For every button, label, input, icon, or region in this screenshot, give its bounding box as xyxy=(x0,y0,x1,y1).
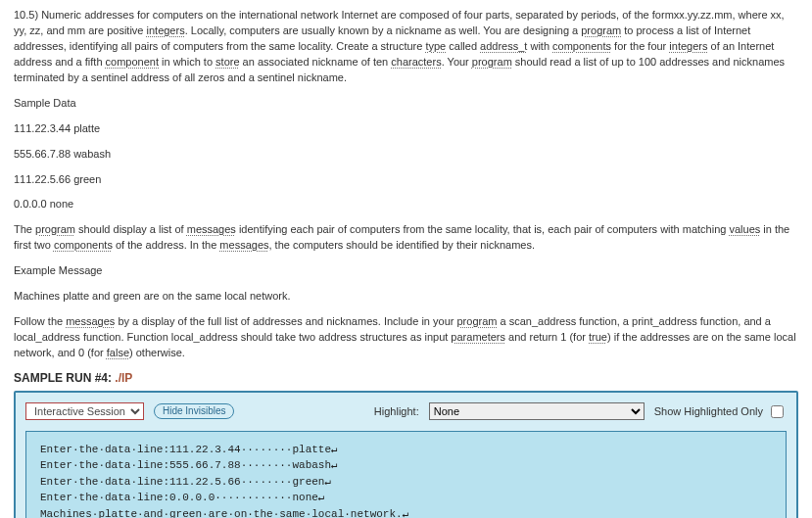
term-component: component xyxy=(106,56,159,68)
term-messages: messages xyxy=(219,239,268,251)
term-values: values xyxy=(729,223,760,235)
console-line: Machines·platte·and·green·are·on·the·sam… xyxy=(40,508,408,518)
text: should display a list of xyxy=(75,223,187,235)
example-message-line: Machines platte and green are on the sam… xyxy=(14,289,798,305)
text: with xyxy=(527,40,552,52)
sample-data-label: Sample Data xyxy=(14,96,798,112)
example-message-block: Example Message Machines platte and gree… xyxy=(14,263,798,305)
console-line: Enter·the·data·line:555.66.7.88········w… xyxy=(40,459,338,471)
term-program: program xyxy=(472,56,512,68)
text: of the address. In the xyxy=(113,239,219,251)
text: and return 1 (for xyxy=(505,331,589,343)
text: for the four xyxy=(611,40,669,52)
term-components: components xyxy=(54,239,113,251)
hide-invisibles-button[interactable]: Hide Invisibles xyxy=(154,403,234,419)
text: . Your xyxy=(442,56,472,68)
term-parameters: parameters xyxy=(451,331,505,343)
problem-statement: 10.5) Numeric addresses for computers on… xyxy=(14,8,798,361)
text: called xyxy=(446,40,480,52)
execution-panel: Interactive Session Hide Invisibles High… xyxy=(14,391,798,518)
term-store: store xyxy=(215,56,239,68)
term-true: true xyxy=(589,331,607,343)
term-false: false xyxy=(107,347,129,358)
sample-data-line: 111.22.3.44 platte xyxy=(14,121,798,137)
console-output: Enter·the·data·line:111.22.3.44········p… xyxy=(25,431,787,518)
execution-toolbar: Interactive Session Hide Invisibles High… xyxy=(25,402,787,421)
term-integers: integers xyxy=(147,24,185,36)
sample-data-line: 555.66.7.88 wabash xyxy=(14,147,798,163)
text: 10.5) Numeric addresses for computers on… xyxy=(14,9,674,21)
example-message-label: Example Message xyxy=(14,263,798,279)
text: an associated nickname of ten xyxy=(240,56,392,68)
term-messages: messages xyxy=(66,315,115,327)
sample-data-line: 111.22.5.66 green xyxy=(14,172,798,188)
term-messages: messages xyxy=(187,223,236,235)
session-select[interactable]: Interactive Session xyxy=(25,402,144,420)
show-highlighted-text: Show Highlighted Only xyxy=(654,405,763,417)
sample-run-command: ./IP xyxy=(115,371,132,385)
highlight-select[interactable]: None xyxy=(429,402,645,420)
sample-data-block: Sample Data 111.22.3.44 platte 555.66.7.… xyxy=(14,96,798,213)
show-highlighted-only-label[interactable]: Show Highlighted Only xyxy=(654,402,787,421)
paragraph-3: Follow the messages by a display of the … xyxy=(14,314,798,361)
term-characters: characters xyxy=(391,56,441,68)
text: in which to xyxy=(159,56,215,68)
text: The xyxy=(14,223,35,235)
sample-data-line: 0.0.0.0 none xyxy=(14,197,798,212)
paragraph-2: The program should display a list of mes… xyxy=(14,222,798,254)
term-components: components xyxy=(552,40,611,52)
text: , the computers should be identified by … xyxy=(269,239,535,251)
show-highlighted-only-checkbox[interactable] xyxy=(771,405,784,418)
text: by a display of the full list of address… xyxy=(115,315,456,327)
text: Follow the xyxy=(14,315,66,327)
console-line: Enter·the·data·line:0.0.0.0············n… xyxy=(40,492,324,503)
console-line: Enter·the·data·line:111.22.3.44········p… xyxy=(40,444,338,455)
term-address-t: address_t xyxy=(480,40,527,52)
sample-run-label: SAMPLE RUN #4: xyxy=(14,371,115,385)
term-integers: integers xyxy=(669,40,707,52)
text: . Locally, computers are usually known b… xyxy=(185,24,582,36)
term-program: program xyxy=(581,24,621,36)
text: ) otherwise. xyxy=(129,347,185,358)
text: identifying each pair of computers from … xyxy=(236,223,730,235)
term-program: program xyxy=(456,315,497,327)
highlight-label: Highlight: xyxy=(374,405,419,417)
sample-run-header: SAMPLE RUN #4: ./IP xyxy=(14,371,798,385)
term-type: type xyxy=(425,40,446,52)
paragraph-1: 10.5) Numeric addresses for computers on… xyxy=(14,8,798,86)
console-line: Enter·the·data·line:111.22.5.66········g… xyxy=(40,476,331,488)
term-program: program xyxy=(35,223,75,235)
